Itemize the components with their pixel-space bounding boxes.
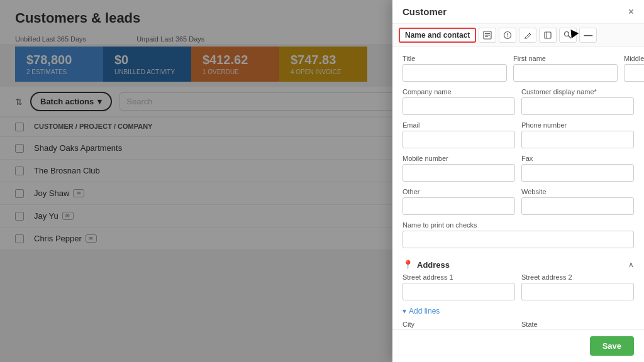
svg-rect-8	[545, 32, 551, 38]
add-lines-button[interactable]: ▾ Add lines	[402, 307, 634, 315]
tab-icon-6[interactable]: —	[579, 28, 597, 43]
city-group: City	[402, 321, 515, 329]
email-input[interactable]	[402, 131, 515, 148]
save-button[interactable]: Save	[590, 336, 634, 356]
customer-modal: Customer × Name and contact — Title	[392, 0, 644, 362]
phone-group: Phone number	[521, 121, 634, 148]
state-label: State	[521, 321, 634, 328]
middle-name-input[interactable]	[624, 64, 644, 82]
street1-input[interactable]	[402, 283, 515, 300]
street1-group: Street address 1	[402, 273, 515, 300]
company-name-input[interactable]	[402, 97, 515, 115]
street2-group: Street address 2	[521, 273, 634, 300]
tab-name-contact-label: Name and contact	[405, 31, 470, 40]
email-label: Email	[402, 121, 515, 129]
tab-icon-2[interactable]	[499, 28, 516, 43]
print-checks-row: Name to print on checks	[402, 221, 634, 248]
phone-input[interactable]	[521, 131, 634, 148]
first-name-group: First name	[513, 55, 618, 82]
street1-label: Street address 1	[402, 273, 515, 281]
tab-icon-4[interactable]	[539, 28, 557, 43]
print-checks-group: Name to print on checks	[402, 221, 634, 248]
mobile-fax-row: Mobile number Fax	[402, 155, 634, 182]
print-checks-input[interactable]	[402, 231, 634, 248]
other-input[interactable]	[402, 197, 515, 215]
city-label: City	[402, 321, 515, 328]
name-row: Title First name Middle name Last name S…	[402, 55, 634, 82]
middle-name-group: Middle name	[624, 55, 644, 82]
company-row: Company name Customer display name*	[402, 88, 634, 115]
mobile-label: Mobile number	[402, 155, 515, 162]
email-phone-row: Email Phone number	[402, 121, 634, 148]
title-label: Title	[402, 55, 507, 62]
company-name-group: Company name	[402, 88, 515, 115]
tab-icon-3[interactable]	[519, 28, 536, 43]
add-lines-label: Add lines	[409, 307, 440, 315]
state-group: State	[521, 321, 634, 329]
tab-name-contact[interactable]: Name and contact	[399, 28, 476, 43]
modal-footer: Save	[392, 329, 644, 362]
street2-input[interactable]	[521, 283, 634, 300]
svg-point-10	[565, 32, 569, 36]
address-section-toggle[interactable]: 📍 Address ∧	[402, 255, 634, 273]
add-lines-chevron: ▾	[402, 307, 406, 315]
first-name-input[interactable]	[513, 64, 618, 82]
website-input[interactable]	[521, 197, 634, 215]
phone-label: Phone number	[521, 121, 634, 129]
display-name-input[interactable]	[521, 97, 634, 115]
fax-label: Fax	[521, 155, 634, 162]
city-state-row: City State	[402, 321, 634, 329]
title-input[interactable]	[402, 64, 507, 82]
fax-input[interactable]	[521, 164, 634, 182]
address-section-title: Address	[417, 260, 450, 270]
display-name-label: Customer display name*	[521, 88, 634, 96]
collapse-icon: ∧	[628, 260, 634, 269]
other-label: Other	[402, 188, 515, 195]
fax-group: Fax	[521, 155, 634, 182]
close-button[interactable]: ×	[628, 7, 634, 17]
other-group: Other	[402, 188, 515, 215]
mobile-input[interactable]	[402, 164, 515, 182]
svg-line-11	[569, 36, 572, 39]
print-checks-label: Name to print on checks	[402, 221, 634, 229]
modal-header: Customer ×	[392, 0, 644, 24]
display-name-group: Customer display name*	[521, 88, 634, 115]
tab-icon-1[interactable]	[479, 28, 496, 43]
modal-title: Customer	[402, 6, 447, 17]
title-group: Title	[402, 55, 507, 82]
street2-label: Street address 2	[521, 273, 634, 281]
mobile-group: Mobile number	[402, 155, 515, 182]
location-icon: 📍	[402, 260, 413, 270]
svg-point-6	[508, 36, 508, 36]
other-website-row: Other Website	[402, 188, 634, 215]
first-name-label: First name	[513, 55, 618, 62]
modal-body: Title First name Middle name Last name S…	[392, 47, 644, 329]
company-name-label: Company name	[402, 88, 515, 96]
modal-tabs: Name and contact —	[392, 24, 644, 47]
website-group: Website	[521, 188, 634, 215]
street-row: Street address 1 Street address 2	[402, 273, 634, 300]
tab-icon-5[interactable]	[559, 28, 577, 43]
email-group: Email	[402, 121, 515, 148]
middle-name-label: Middle name	[624, 55, 644, 62]
website-label: Website	[521, 188, 634, 195]
